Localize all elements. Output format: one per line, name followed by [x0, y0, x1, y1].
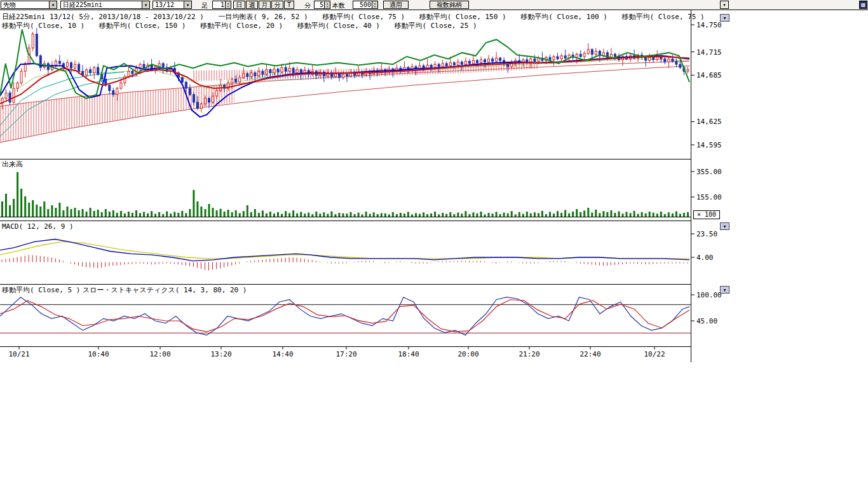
x-axis-label: 18:40 [398, 350, 419, 358]
period-tick-button[interactable]: T [284, 1, 294, 9]
stoch-panel-title: スロー・ストキャスティクス( 14, 3, 80, 20 ) [83, 285, 247, 295]
bar-count-value: 1 [213, 1, 225, 8]
x-axis-label: 10/21 [8, 350, 29, 358]
contract-select-value: 13/12 [155, 1, 174, 8]
legend-item: 移動平均( Close, 150 ) [419, 13, 506, 21]
y-axis-label: 355.00 [696, 168, 722, 176]
spinner-icon[interactable]: ▴▾ [225, 1, 231, 8]
price-panel-collapse-button[interactable]: ▼ [720, 14, 729, 22]
legend-item: 移動平均( Close, 25 ) [395, 22, 477, 30]
period-week-button[interactable]: 週 [246, 1, 258, 9]
macd-panel-collapse-button[interactable]: ▼ [720, 222, 729, 230]
legend-item: 一目均衡表( 9, 26, 52 ) [218, 13, 308, 21]
y-axis: 14,75014,71514,68514,62514,595355.00155.… [691, 21, 722, 325]
x-axis-label: 12:00 [149, 350, 170, 358]
period-month-button[interactable]: 月 [259, 1, 271, 9]
x-axis-label: 20:00 [458, 350, 478, 358]
volume-bars [0, 172, 691, 217]
stochastics [0, 297, 691, 336]
count-input[interactable]: 500 ▴▾ [353, 1, 378, 9]
spinner-icon[interactable]: ▴▾ [324, 1, 330, 8]
x-axis-label: 17:20 [336, 350, 356, 358]
legend-item: 移動平均( Close, 75 ) [622, 13, 705, 21]
multi-symbol-button[interactable]: 複数銘柄 [430, 1, 469, 9]
symbol-select-value: 日経225mini [63, 1, 102, 9]
legend-item: 移動平均( Close, 100 ) [520, 13, 607, 21]
x-axis-label: 22:40 [580, 350, 600, 358]
chevron-down-icon[interactable]: ▼ [184, 1, 191, 8]
x-axis-label: 10/22 [644, 350, 665, 358]
bar-type-label: 足 [201, 1, 208, 10]
x-axis-label: 13:20 [210, 350, 231, 358]
x-axis-label: 14:40 [272, 350, 293, 358]
market-select[interactable]: 先物 ▼ [1, 1, 57, 9]
bar-count-input[interactable]: 1 ▴▾ [212, 1, 231, 9]
toolbar: 先物 ▼ 日経225mini ▼ 13/12 ▼ 足 1 ▴▾ 日 週 月 分 … [0, 0, 868, 10]
volume-multiplier: × 100 [693, 210, 720, 219]
legend-item: 移動平均( Close, 40 ) [297, 22, 380, 30]
y-axis-label: 14,750 [696, 21, 722, 29]
period-day-button[interactable]: 日 [233, 1, 245, 9]
trading-chart-app: 先物 ▼ 日経225mini ▼ 13/12 ▼ 足 1 ▴▾ 日 週 月 分 … [0, 0, 868, 488]
contract-select[interactable]: 13/12 ▼ [153, 1, 192, 9]
y-axis-label: 23.50 [696, 230, 717, 238]
spinner-icon[interactable]: ▴▾ [372, 1, 377, 8]
price-legend-line2: 移動平均( Close, 10 ) 移動平均( Close, 150 ) 移動平… [2, 21, 487, 30]
stoch-fast-line [0, 297, 689, 336]
macd-panel-title: MACD( 12, 26, 9 ) [2, 222, 74, 231]
legend-item: 移動平均( Close, 150 ) [99, 22, 186, 30]
legend-item: 移動平均( Close, 75 ) [322, 13, 405, 21]
y-axis-label: 155.00 [696, 193, 722, 201]
legend-item: 移動平均( Close, 20 ) [200, 22, 283, 30]
chevron-down-icon[interactable]: ▼ [142, 1, 149, 8]
period-minute-button[interactable]: 分 [271, 1, 283, 9]
minute-input[interactable]: 5 ▴▾ [314, 1, 330, 9]
macd-lines [0, 240, 689, 261]
scroll-up-button[interactable]: ▼ [720, 1, 729, 9]
y-axis-label: 14,625 [696, 118, 722, 126]
window-icon-button[interactable]: ▦ [859, 1, 867, 9]
y-axis-label: 45.00 [696, 317, 717, 325]
y-axis-label: 14,685 [696, 71, 722, 79]
chart-canvas[interactable]: 14,75014,71514,68514,62514,595355.00155.… [0, 0, 868, 488]
count-value: 500 [353, 1, 372, 8]
apply-button[interactable]: 適用 [383, 1, 409, 9]
y-axis-label: 14,715 [696, 48, 722, 57]
stoch-ma-title: 移動平均( Close, 5 ) [2, 285, 80, 295]
y-axis-label: 4.00 [696, 254, 714, 262]
ma-green-line [0, 29, 689, 98]
legend-item: 移動平均( Close, 10 ) [2, 22, 85, 30]
x-axis-label: 21:20 [519, 350, 539, 358]
x-axis: 10/2110:4012:0013:2014:4017:2018:4020:00… [8, 346, 665, 358]
x-axis-label: 10:40 [88, 350, 109, 358]
chevron-down-icon[interactable]: ▼ [49, 1, 57, 8]
count-label: 本数 [332, 1, 345, 10]
legend-item: 日経225mini 13/12( 5分, 2013/10/18 - 2013/1… [2, 13, 204, 21]
y-axis-label: 14,595 [696, 141, 722, 149]
market-select-value: 先物 [3, 1, 16, 9]
stoch-panel-collapse-button[interactable]: ▼ [720, 286, 729, 294]
minute-value: 5 [315, 1, 324, 8]
symbol-select[interactable]: 日経225mini ▼ [60, 1, 150, 9]
price-legend-line1: 日経225mini 13/12( 5分, 2013/10/18 - 2013/1… [2, 12, 715, 22]
volume-panel-title: 出来高 [2, 159, 23, 169]
y-axis-label: 100.00 [696, 291, 722, 299]
macd-line [0, 240, 689, 261]
minute-label: 分 [304, 1, 311, 10]
